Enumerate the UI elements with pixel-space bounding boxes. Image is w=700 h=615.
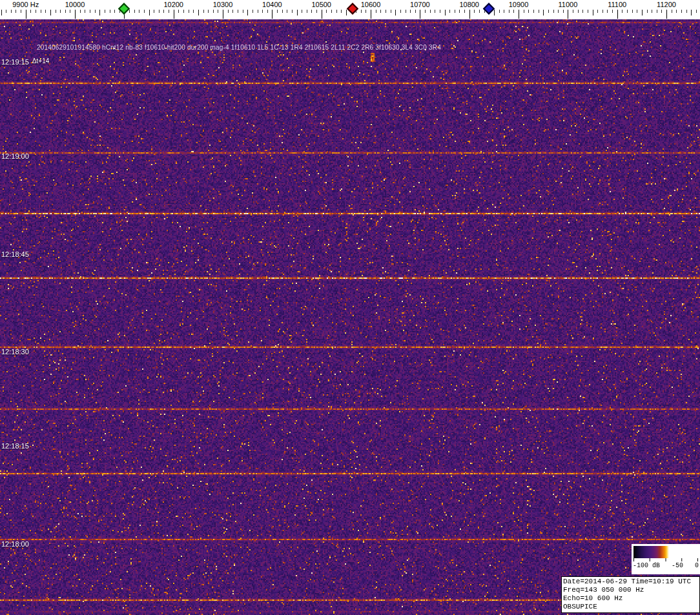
ruler-tick [174, 10, 174, 19]
ruler-tick [154, 10, 154, 13]
frequency-ruler: 9900 Hz100001020010300104001050010600107… [0, 0, 700, 19]
ruler-tick [593, 10, 593, 15]
ruler-tick [228, 10, 229, 13]
ruler-tick [277, 10, 278, 13]
color-scale-gradient [633, 546, 698, 558]
ruler-tick [60, 10, 61, 13]
ruler-tick [243, 10, 243, 13]
ruler-tick [406, 10, 406, 13]
ruler-tick [666, 10, 667, 19]
ruler-tick [420, 10, 420, 19]
ruler-tick [361, 10, 362, 13]
ruler-tick [41, 10, 41, 13]
ruler-tick [602, 10, 603, 13]
ruler-tick [553, 10, 554, 13]
ruler-tick [509, 10, 510, 13]
ruler-tick [573, 10, 573, 13]
ruler-tick [30, 10, 31, 13]
ruler-tick [90, 10, 90, 13]
ruler-tick [533, 10, 534, 13]
ruler-tick [247, 10, 248, 15]
frequency-label: 10700 [410, 1, 430, 8]
ruler-tick [262, 10, 263, 13]
ruler-tick [307, 10, 307, 13]
ruler-tick [459, 10, 460, 13]
frequency-marker-green[interactable] [118, 3, 130, 14]
ruler-tick [691, 10, 692, 15]
ruler-tick [331, 10, 332, 13]
ruler-tick [597, 10, 598, 13]
ruler-tick [513, 10, 514, 13]
ruler-tick [80, 10, 81, 13]
legend-label-mid: -50 [672, 562, 683, 569]
color-scale-ticks [633, 558, 698, 561]
ruler-tick [193, 10, 194, 13]
ruler-tick [371, 10, 371, 19]
frequency-label: 10800 [459, 1, 479, 8]
ruler-tick [297, 10, 298, 15]
ruler-tick [400, 10, 401, 13]
ruler-tick [612, 10, 613, 13]
ruler-tick [528, 10, 529, 13]
ruler-tick [672, 10, 672, 13]
frequency-label: 9900 Hz [12, 1, 39, 8]
ruler-tick [652, 10, 652, 13]
frequency-marker-blue[interactable] [483, 3, 495, 14]
ruler-tick [311, 10, 312, 13]
ruler-tick [26, 10, 26, 19]
frequency-marker-red[interactable] [347, 3, 358, 14]
ruler-tick [543, 10, 544, 15]
ruler-tick [326, 10, 327, 13]
frequency-label: 10500 [311, 1, 331, 8]
ruler-tick [661, 10, 662, 13]
ruler-tick [223, 10, 223, 19]
ruler-tick [376, 10, 376, 13]
ruler-tick [232, 10, 233, 13]
ruler-tick [208, 10, 209, 13]
info-line-station: OBSUPICE [563, 603, 698, 611]
legend-label-min: -100 dB [633, 562, 660, 569]
ruler-tick [380, 10, 381, 13]
ruler-tick [578, 10, 579, 13]
frequency-label: 10900 [509, 1, 529, 8]
ruler-tick [455, 10, 455, 13]
ruler-tick [238, 10, 238, 13]
frequency-label: 11100 [608, 1, 626, 8]
ruler-tick [681, 10, 682, 13]
ruler-tick [178, 10, 179, 13]
frequency-label: 10300 [213, 1, 233, 8]
ruler-tick [322, 10, 322, 19]
ruler-tick [45, 10, 46, 13]
frequency-label: 11000 [559, 1, 578, 8]
ruler-tick [539, 10, 539, 13]
ruler-tick [479, 10, 480, 13]
ruler-tick [95, 10, 96, 13]
color-scale-labels: -100 dB -50 0 [633, 562, 699, 569]
ruler-tick [189, 10, 189, 13]
ruler-tick [6, 10, 6, 13]
frequency-label: 10000 [65, 1, 85, 8]
ruler-tick [134, 10, 135, 13]
ruler-tick [346, 10, 347, 15]
ruler-tick [144, 10, 145, 13]
ruler-tick [657, 10, 657, 13]
ruler-tick [469, 10, 470, 19]
ruler-tick [129, 10, 130, 13]
ruler-tick [632, 10, 633, 13]
ruler-tick [499, 10, 500, 13]
ruler-tick [607, 10, 608, 13]
ruler-tick [56, 10, 56, 13]
ruler-tick [36, 10, 36, 13]
ruler-tick [198, 10, 199, 15]
spectrogram-window: 9900 Hz100001020010300104001050010600107… [0, 0, 700, 615]
ruler-tick [435, 10, 435, 13]
ruler-tick [1, 10, 2, 15]
info-line-echo: Echo=10 600 Hz [563, 594, 698, 603]
ruler-tick [588, 10, 588, 13]
ruler-tick [647, 10, 648, 13]
ruler-tick [21, 10, 21, 13]
ruler-tick [519, 10, 519, 19]
ruler-tick [282, 10, 283, 13]
ruler-tick [70, 10, 70, 13]
ruler-tick [391, 10, 391, 13]
